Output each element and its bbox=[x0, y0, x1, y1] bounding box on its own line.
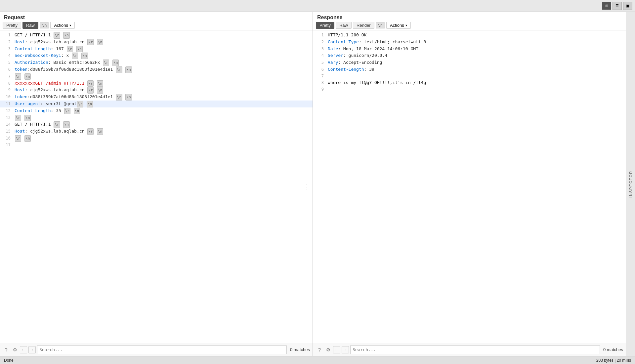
status-bar: Done 203 bytes | 20 millis bbox=[0, 356, 635, 364]
view-split-button[interactable]: ⊞ bbox=[602, 2, 611, 10]
request-search-bar: ? ⚙ ← → 0 matches bbox=[0, 343, 313, 356]
response-tab-raw[interactable]: Raw bbox=[336, 22, 352, 29]
request-search-prev-button[interactable]: ← bbox=[20, 346, 27, 353]
response-line-1: 1 HTTP/1.1 200 OK bbox=[313, 32, 626, 39]
inspector-label: INSPECTOR bbox=[629, 171, 633, 198]
response-search-next-button[interactable]: → bbox=[342, 346, 349, 353]
response-pane: Response Pretty Raw Render \n Actions ▾ … bbox=[313, 12, 626, 356]
response-title: Response bbox=[313, 12, 626, 20]
request-line-11: 11 User-agent: secr3t_@gent\r \n bbox=[0, 101, 313, 107]
request-line-7: 7 \r \n bbox=[0, 73, 313, 80]
response-line-9: 9 bbox=[313, 86, 626, 93]
request-title: Request bbox=[0, 12, 313, 20]
request-search-input[interactable] bbox=[37, 345, 287, 354]
response-line-7: 7 bbox=[313, 73, 626, 79]
response-tab-escape[interactable]: \n bbox=[376, 22, 385, 28]
request-code-area: 1 GET / HTTP/1.1 \r \n 2 Host: cjg52xws.… bbox=[0, 30, 313, 343]
request-actions-button[interactable]: Actions ▾ bbox=[50, 22, 75, 29]
request-line-1: 1 GET / HTTP/1.1 \r \n bbox=[0, 32, 313, 39]
drag-handle-icon[interactable]: ⋮ bbox=[304, 182, 310, 191]
response-actions-button[interactable]: Actions ▾ bbox=[386, 22, 411, 29]
response-search-bar: ? ⚙ ← → 0 matches bbox=[313, 343, 626, 356]
response-search-prev-button[interactable]: ← bbox=[333, 346, 340, 353]
request-line-15: 15 Host: cjg52xws.lab.aqlab.cn \r \n bbox=[0, 128, 313, 135]
request-pane: Request Pretty Raw \n Actions ▾ 1 GET / … bbox=[0, 12, 313, 356]
top-toolbar: ⊞ ☰ ▣ bbox=[0, 0, 635, 12]
request-line-4: 4 Sec-Websocket-Key1: x \r \n bbox=[0, 52, 313, 59]
response-tab-render[interactable]: Render bbox=[353, 22, 374, 29]
request-line-3: 3 Content-Length: 167 \r \n bbox=[0, 46, 313, 53]
request-line-10: 10 token:d088f359b7af06d88c1803f201e4d1e… bbox=[0, 94, 313, 101]
request-line-6: 6 token:d088f359b7af06d88c1803f201e4d1e1… bbox=[0, 66, 313, 73]
response-match-count: 0 matches bbox=[603, 347, 623, 352]
request-search-next-button[interactable]: → bbox=[28, 346, 36, 353]
response-line-2: 2 Content-Type: text/html; charset=utf-8 bbox=[313, 39, 626, 46]
response-search-settings-button[interactable]: ⚙ bbox=[324, 346, 332, 353]
request-tab-bar: Pretty Raw \n Actions ▾ bbox=[0, 20, 313, 30]
request-line-8: 8 xxxxxxxxGET /admin HTTP/1.1 \r \n bbox=[0, 80, 313, 87]
request-tab-raw[interactable]: Raw bbox=[22, 22, 38, 29]
response-tab-pretty[interactable]: Pretty bbox=[316, 22, 334, 29]
response-line-8: 8 where is my fl@g? OH!!!!,it's in /fl4g bbox=[313, 79, 626, 86]
response-help-button[interactable]: ? bbox=[316, 346, 323, 353]
response-tab-bar: Pretty Raw Render \n Actions ▾ bbox=[313, 20, 626, 30]
request-line-2: 2 Host: cjg52xws.lab.aqlab.cn \r \n bbox=[0, 39, 313, 46]
response-line-4: 4 Server: gunicorn/20.0.4 bbox=[313, 52, 626, 59]
response-code-area: 1 HTTP/1.1 200 OK 2 Content-Type: text/h… bbox=[313, 30, 626, 343]
view-single-button[interactable]: ▣ bbox=[623, 2, 632, 10]
request-help-button[interactable]: ? bbox=[3, 346, 10, 353]
request-line-13: 13 \r \n bbox=[0, 114, 313, 121]
request-line-9: 9 Host: cjg52xws.lab.aqlab.cn \r \n bbox=[0, 87, 313, 94]
response-line-6: 6 Content-Length: 39 bbox=[313, 66, 626, 73]
request-tab-escape[interactable]: \n bbox=[40, 22, 49, 28]
response-search-input[interactable] bbox=[350, 345, 600, 354]
status-right: 203 bytes | 20 millis bbox=[596, 358, 631, 363]
request-search-settings-button[interactable]: ⚙ bbox=[11, 346, 19, 353]
request-line-5: 5 Authorization: Basic emthcTp6a2Fx \r \… bbox=[0, 59, 313, 66]
response-actions-chevron-icon: ▾ bbox=[405, 23, 407, 27]
status-left: Done bbox=[4, 358, 14, 363]
view-list-button[interactable]: ☰ bbox=[613, 2, 622, 10]
response-line-5: 5 Vary: Accept-Encoding bbox=[313, 59, 626, 66]
request-line-12: 12 Content-Length: 35 \r \n bbox=[0, 107, 313, 114]
main-split: Request Pretty Raw \n Actions ▾ 1 GET / … bbox=[0, 12, 635, 356]
actions-chevron-icon: ▾ bbox=[69, 23, 71, 27]
request-match-count: 0 matches bbox=[290, 347, 310, 352]
request-tab-pretty[interactable]: Pretty bbox=[3, 22, 21, 29]
request-line-17: 17 bbox=[0, 142, 313, 148]
inspector-sidebar: INSPECTOR bbox=[626, 12, 635, 356]
request-line-14: 14 GET / HTTP/1.1 \r \n bbox=[0, 121, 313, 128]
request-line-16: 16 \r \n bbox=[0, 135, 313, 142]
response-line-3: 3 Date: Mon, 18 Mar 2024 14:06:10 GMT bbox=[313, 46, 626, 53]
